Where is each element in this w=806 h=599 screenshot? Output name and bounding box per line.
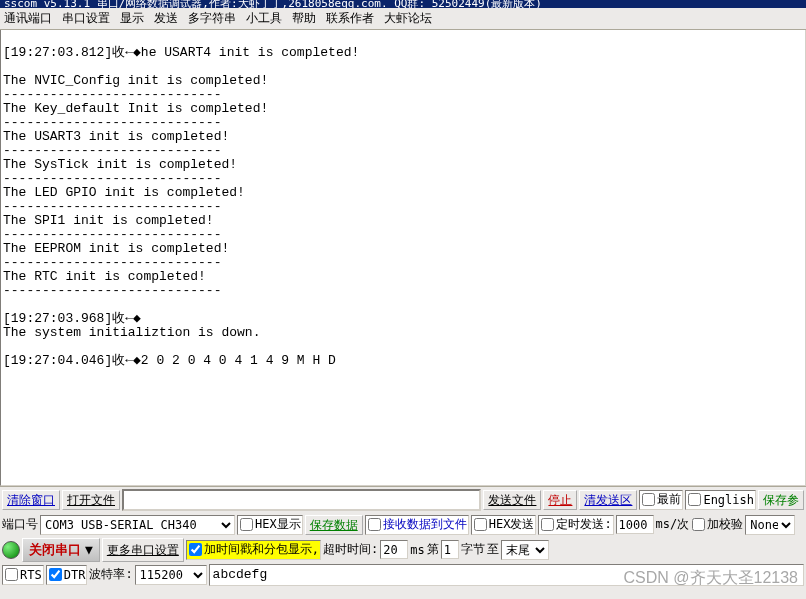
baud-combo[interactable]: 115200 <box>135 565 207 585</box>
interval-unit: ms/次 <box>656 516 690 533</box>
log-line: [19:27:03.968]收←◆ <box>3 311 141 326</box>
zijie-label: 字节 <box>461 541 485 558</box>
port-label: 端口号 <box>2 516 38 533</box>
log-line: The EEPROM init is completed! <box>3 241 229 256</box>
log-line: ---------------------------- <box>3 143 221 158</box>
row-file-controls: 清除窗口 打开文件 发送文件 停止 清发送区 最前 English 保存参 <box>0 487 806 512</box>
more-settings-button[interactable]: 更多串口设置 <box>102 538 184 562</box>
tail-combo[interactable]: 末尾 <box>501 540 549 560</box>
stop-button[interactable]: 停止 <box>543 490 577 510</box>
receive-area: [19:27:03.812]收←◆he USART4 init is compl… <box>0 30 806 486</box>
menu-multistring[interactable]: 多字符串 <box>188 10 236 27</box>
save-params-button[interactable]: 保存参 <box>758 490 804 510</box>
row-advanced: 关闭串口▼ 更多串口设置 加时间戳和分包显示, 超时时间: ms 第 字节 至 … <box>0 537 806 562</box>
log-line: [19:27:03.812]收←◆he USART4 init is compl… <box>3 45 359 60</box>
log-line: ---------------------------- <box>3 199 221 214</box>
send-text-input[interactable] <box>209 564 804 586</box>
menu-comm[interactable]: 通讯端口 <box>4 10 52 27</box>
log-line: The NVIC_Config init is completed! <box>3 73 268 88</box>
dtr-checkbox[interactable]: DTR <box>46 565 88 585</box>
ms-label: ms <box>410 543 424 557</box>
port-combo[interactable]: COM3 USB-SERIAL CH340 <box>40 515 235 535</box>
titlebar: sscom v5.13.1 串口/网络数据调试器,作者:大虾丁丁,2618058… <box>0 0 806 8</box>
log-line: The system initializtion is down. <box>3 325 260 340</box>
menu-serial-settings[interactable]: 串口设置 <box>62 10 110 27</box>
recv-to-file-checkbox[interactable]: 接收数据到文件 <box>365 515 469 535</box>
save-data-button[interactable]: 保存数据 <box>305 515 363 535</box>
row-port: 端口号 COM3 USB-SERIAL CH340 HEX显示 保存数据 接收数… <box>0 512 806 537</box>
log-line: ---------------------------- <box>3 87 221 102</box>
menu-help[interactable]: 帮助 <box>292 10 316 27</box>
log-line: The Key_default Init is completed! <box>3 101 268 116</box>
file-path-input[interactable] <box>122 489 481 511</box>
menu-send[interactable]: 发送 <box>154 10 178 27</box>
menu-forum[interactable]: 大虾论坛 <box>384 10 432 27</box>
clear-send-button[interactable]: 清发送区 <box>579 490 637 510</box>
english-checkbox[interactable]: English <box>685 490 756 510</box>
port-status-icon <box>2 541 20 559</box>
timed-send-checkbox[interactable]: 定时发送: <box>538 515 613 535</box>
hex-send-checkbox[interactable]: HEX发送 <box>471 515 537 535</box>
log-line: The RTC init is completed! <box>3 269 206 284</box>
interval-input[interactable] <box>616 515 654 534</box>
zhi-label: 至 <box>487 541 499 558</box>
log-line: The LED GPIO init is completed! <box>3 185 245 200</box>
byte-no-input[interactable] <box>441 540 459 559</box>
timeout-label: 超时时间: <box>323 541 378 558</box>
checksum-checkbox[interactable]: 加校验 <box>691 515 743 535</box>
baud-label: 波特率: <box>89 566 132 583</box>
bottom-panel: 清除窗口 打开文件 发送文件 停止 清发送区 最前 English 保存参 端口… <box>0 486 806 587</box>
send-file-button[interactable]: 发送文件 <box>483 490 541 510</box>
topmost-checkbox[interactable]: 最前 <box>639 490 683 510</box>
log-line: ---------------------------- <box>3 171 221 186</box>
log-line: ---------------------------- <box>3 227 221 242</box>
clear-window-button[interactable]: 清除窗口 <box>2 490 60 510</box>
menu-tools[interactable]: 小工具 <box>246 10 282 27</box>
timeout-input[interactable] <box>380 540 408 559</box>
log-line: ---------------------------- <box>3 115 221 130</box>
checksum-combo[interactable]: None <box>745 515 795 535</box>
timestamp-checkbox[interactable]: 加时间戳和分包显示, <box>186 540 321 560</box>
log-line: The SysTick init is completed! <box>3 157 237 172</box>
rts-checkbox[interactable]: RTS <box>2 565 44 585</box>
row-send: RTS DTR 波特率: 115200 <box>0 562 806 587</box>
menu-display[interactable]: 显示 <box>120 10 144 27</box>
di-label: 第 <box>427 541 439 558</box>
log-line: ---------------------------- <box>3 283 221 298</box>
log-line: [19:27:04.046]收←◆2 0 2 0 4 0 4 1 4 9 M H… <box>3 353 344 368</box>
close-serial-button[interactable]: 关闭串口▼ <box>22 538 100 562</box>
open-file-button[interactable]: 打开文件 <box>62 490 120 510</box>
log-line: ---------------------------- <box>3 255 221 270</box>
log-line: The USART3 init is completed! <box>3 129 229 144</box>
log-line: The SPI1 init is completed! <box>3 213 214 228</box>
menu-contact[interactable]: 联系作者 <box>326 10 374 27</box>
menubar: 通讯端口 串口设置 显示 发送 多字符串 小工具 帮助 联系作者 大虾论坛 <box>0 8 806 30</box>
hex-show-checkbox[interactable]: HEX显示 <box>237 515 303 535</box>
